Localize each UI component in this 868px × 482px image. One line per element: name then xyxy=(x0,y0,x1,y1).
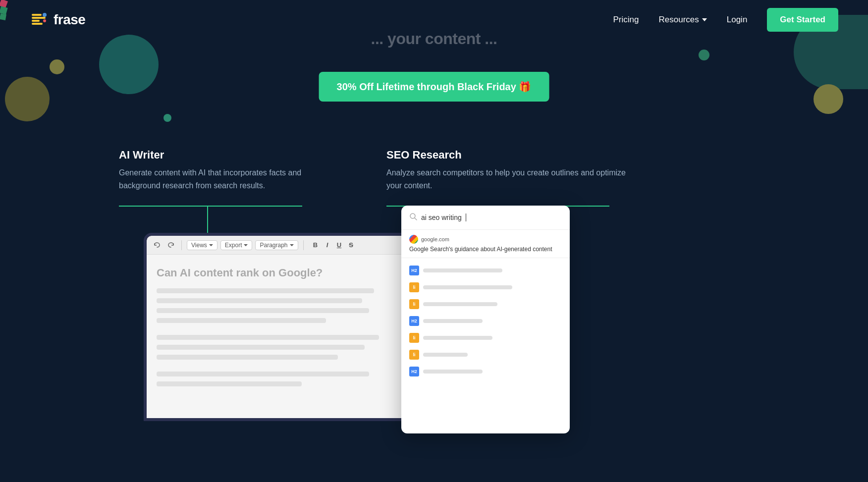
bg-circle-right-md xyxy=(814,84,843,114)
italic-button[interactable]: I xyxy=(323,240,332,250)
content-line-6 xyxy=(157,345,365,350)
result-bar-1 xyxy=(423,268,502,272)
logo[interactable]: frase xyxy=(30,11,85,29)
seo-item-4: H2 xyxy=(401,313,570,329)
seo-item-3: li xyxy=(401,296,570,313)
content-line-8 xyxy=(157,372,369,376)
content-line-9 xyxy=(157,381,302,386)
seo-search-text: ai seo writing xyxy=(421,214,462,221)
undo-button[interactable] xyxy=(152,240,163,251)
strikethrough-button[interactable]: S xyxy=(346,240,356,250)
nav-resources[interactable]: Resources xyxy=(658,15,706,25)
seo-item-5: li xyxy=(401,329,570,346)
paragraph-chevron-icon xyxy=(290,244,294,246)
bg-circle-olive-medium xyxy=(5,77,50,121)
svg-rect-3 xyxy=(32,23,43,25)
bg-circle-teal-large xyxy=(99,35,159,94)
svg-point-5 xyxy=(43,19,46,22)
get-started-button[interactable]: Get Started xyxy=(767,8,838,32)
seo-research-description: Analyze search competitors to help you c… xyxy=(386,166,634,192)
bg-circle-teal-xs xyxy=(163,114,171,122)
feature-seo-research: SEO Research Analyze search competitors … xyxy=(386,149,634,192)
connector-ai-horizontal xyxy=(119,206,302,207)
seo-item-1: H2 xyxy=(401,262,570,279)
toolbar-separator-1 xyxy=(181,240,182,250)
seo-cursor xyxy=(466,214,466,221)
feature-ai-writer: AI Writer Generate content with AI that … xyxy=(119,149,317,192)
badge-li-1: li xyxy=(409,282,419,292)
google-result-title: Google Search's guidance about AI-genera… xyxy=(409,246,562,253)
laptop-content: Can AI content rank on Google? xyxy=(147,255,408,403)
nav-pricing[interactable]: Pricing xyxy=(613,15,639,25)
content-line-5 xyxy=(157,335,379,340)
content-line-7 xyxy=(157,355,338,360)
content-line-2 xyxy=(157,298,362,303)
promo-banner-text: 30% Off Lifetime through Black Friday 🎁 xyxy=(337,81,532,93)
redo-button[interactable] xyxy=(165,240,176,251)
resources-label: Resources xyxy=(658,15,699,25)
seo-search-bar[interactable]: ai seo writing xyxy=(401,206,570,230)
google-result: google.com Google Search's guidance abou… xyxy=(401,230,570,258)
bold-button[interactable]: B xyxy=(311,240,321,250)
seo-item-2: li xyxy=(401,279,570,296)
result-bar-3 xyxy=(423,302,497,306)
promo-banner[interactable]: 30% Off Lifetime through Black Friday 🎁 xyxy=(319,72,549,102)
seo-item-7: H2 xyxy=(401,363,570,380)
google-domain: google.com xyxy=(421,236,449,242)
seo-result-items: H2 li li H2 li li H2 xyxy=(401,258,570,384)
views-chevron-icon xyxy=(209,244,213,246)
paragraph-dropdown[interactable]: Paragraph xyxy=(255,240,298,250)
toolbar-separator-2 xyxy=(303,240,304,250)
laptop-toolbar: Views Export Paragraph B I U S xyxy=(147,236,408,255)
underline-button[interactable]: U xyxy=(334,240,344,250)
paragraph-label: Paragraph xyxy=(260,242,287,249)
content-line-1 xyxy=(157,288,374,293)
badge-li-3: li xyxy=(409,333,419,343)
export-dropdown[interactable]: Export xyxy=(220,240,253,250)
badge-li-2: li xyxy=(409,299,419,309)
svg-line-7 xyxy=(415,218,417,220)
result-bar-5 xyxy=(423,336,492,340)
svg-point-4 xyxy=(43,13,47,17)
google-logo-row: google.com xyxy=(409,235,562,244)
svg-rect-1 xyxy=(32,17,46,19)
result-bar-6 xyxy=(423,353,468,357)
svg-rect-2 xyxy=(32,20,40,22)
views-label: Views xyxy=(191,242,207,249)
result-bar-7 xyxy=(423,370,483,374)
bg-circle-right-sm xyxy=(699,50,709,60)
logo-icon xyxy=(30,11,48,29)
badge-h2-2: H2 xyxy=(409,316,419,326)
bg-circle-olive-small xyxy=(50,59,64,74)
views-dropdown[interactable]: Views xyxy=(187,240,217,250)
nav-links: Pricing Resources Login Get Started xyxy=(613,8,838,32)
export-chevron-icon xyxy=(244,244,248,246)
document-heading: Can AI content rank on Google? xyxy=(157,267,398,279)
navbar: frase Pricing Resources Login Get Starte… xyxy=(0,0,868,40)
ai-writer-description: Generate content with AI that incorporat… xyxy=(119,166,317,192)
export-label: Export xyxy=(225,242,242,249)
search-icon xyxy=(409,213,417,222)
svg-rect-0 xyxy=(32,14,42,16)
google-logo-icon xyxy=(409,235,418,244)
ai-writer-title: AI Writer xyxy=(119,149,317,161)
seo-research-title: SEO Research xyxy=(386,149,634,161)
logo-text: frase xyxy=(54,12,85,28)
result-bar-2 xyxy=(423,285,512,289)
badge-h2-1: H2 xyxy=(409,266,419,275)
seo-panel: ai seo writing google.com Google Search'… xyxy=(401,206,570,433)
seo-item-6: li xyxy=(401,346,570,363)
chevron-down-icon xyxy=(702,18,707,21)
laptop-screen: Views Export Paragraph B I U S Can AI co… xyxy=(147,236,408,418)
result-bar-4 xyxy=(423,319,483,323)
badge-li-4: li xyxy=(409,350,419,360)
laptop-mockup: Views Export Paragraph B I U S Can AI co… xyxy=(144,233,411,421)
format-buttons: B I U S xyxy=(311,240,356,250)
nav-login[interactable]: Login xyxy=(727,15,748,25)
content-line-3 xyxy=(157,308,369,313)
content-line-4 xyxy=(157,318,326,323)
badge-h2-3: H2 xyxy=(409,367,419,376)
